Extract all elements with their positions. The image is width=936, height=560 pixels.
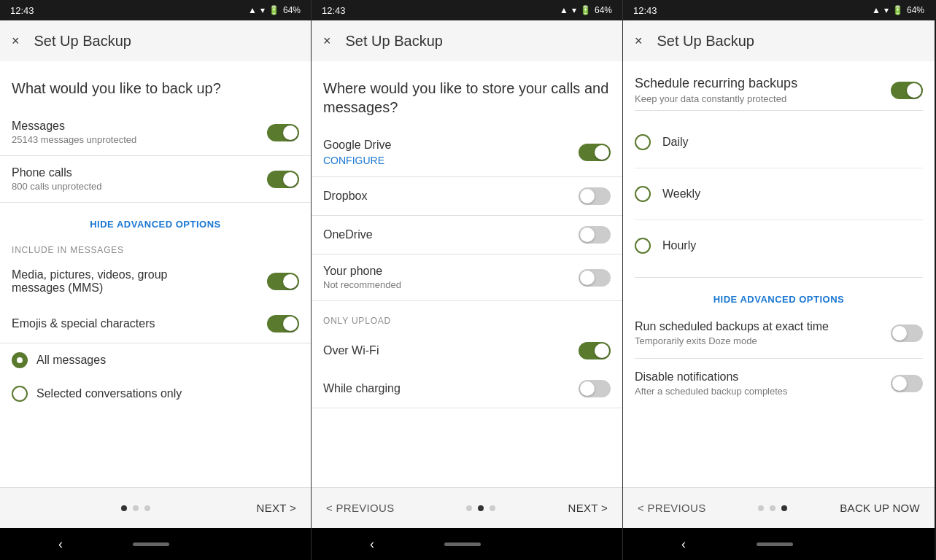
all-messages-label: All messages: [36, 354, 106, 367]
hourly-label: Hourly: [662, 239, 696, 252]
onedrive-toggle[interactable]: [579, 226, 611, 244]
home-pill-1[interactable]: [133, 542, 169, 546]
daily-radio[interactable]: [635, 134, 651, 150]
close-button-3[interactable]: ×: [635, 34, 643, 49]
status-icons-1: ▲ ▾ 🔋 64%: [248, 5, 301, 15]
calls-sub: 800 calls unprotected: [12, 181, 102, 192]
app-header-3: × Set Up Backup: [623, 20, 935, 61]
footer-nav-3: < PREVIOUS BACK UP NOW: [623, 487, 935, 528]
wifi-icon-2: ▾: [572, 5, 576, 15]
footer-nav-1: NEXT >: [0, 487, 311, 528]
close-button-2[interactable]: ×: [323, 34, 331, 49]
advanced-header-3: HIDE ADVANCED OPTIONS: [623, 278, 935, 311]
time-3: 12:43: [633, 5, 657, 16]
schedule-radio-section: Daily Weekly Hourly: [623, 111, 935, 277]
hide-advanced-link-3[interactable]: HIDE ADVANCED OPTIONS: [713, 294, 845, 305]
disable-notifs-toggle[interactable]: [891, 375, 923, 392]
include-messages-label: INCLUDE IN MESSAGES: [0, 236, 311, 258]
advanced-header-1: HIDE ADVANCED OPTIONS: [0, 203, 311, 236]
calls-toggle-row: Phone calls 800 calls unprotected: [0, 156, 311, 203]
status-bar-3: 12:43 ▲ ▾ 🔋 64%: [623, 0, 935, 20]
messages-toggle[interactable]: [267, 124, 299, 141]
dot-1-2: [133, 505, 139, 511]
status-icons-2: ▲ ▾ 🔋 64%: [560, 5, 612, 15]
divider-3: [635, 358, 923, 359]
previous-button-2[interactable]: < PREVIOUS: [326, 502, 394, 514]
dot-3-3: [781, 505, 787, 511]
charging-toggle[interactable]: [579, 380, 611, 397]
gdrive-toggle-row: Google Drive CONFIGURE: [312, 128, 622, 177]
battery-pct-2: 64%: [595, 5, 612, 15]
status-bar-2: 12:43 ▲ ▾ 🔋 64%: [312, 0, 622, 20]
daily-radio-item: Daily: [635, 117, 923, 168]
messages-toggle-row: Messages 25143 messages unprotected: [0, 109, 311, 156]
dropbox-toggle[interactable]: [579, 187, 611, 205]
battery-pct-1: 64%: [283, 5, 301, 15]
app-header-1: × Set Up Backup: [0, 20, 311, 61]
yourphone-label: Your phone: [323, 265, 401, 278]
dots-2: [466, 505, 495, 511]
messages-label: Messages: [12, 120, 136, 133]
configure-link[interactable]: CONFIGURE: [323, 152, 391, 166]
home-pill-2[interactable]: [444, 542, 481, 546]
dropbox-label: Dropbox: [323, 190, 367, 203]
dot-3-2: [770, 505, 776, 511]
battery-pct-3: 64%: [907, 5, 924, 15]
gdrive-toggle[interactable]: [579, 144, 611, 161]
home-pill-3[interactable]: [757, 542, 793, 546]
wifi-toggle[interactable]: [579, 342, 611, 359]
hide-advanced-link-1[interactable]: HIDE ADVANCED OPTIONS: [90, 219, 221, 230]
dot-1-3: [144, 505, 150, 511]
dot-2-2: [478, 505, 484, 511]
dot-3-1: [758, 505, 764, 511]
selected-conversations-radio[interactable]: [12, 386, 28, 402]
question-2: Where would you like to store your calls…: [312, 61, 622, 128]
calls-toggle[interactable]: [267, 171, 299, 188]
next-button-2[interactable]: NEXT >: [568, 502, 608, 514]
upload-section-label: ONLY UPLOAD: [312, 301, 622, 329]
dots-3: [758, 505, 787, 511]
signal-icon-3: ▲: [872, 5, 881, 15]
battery-icon-2: 🔋: [580, 5, 591, 15]
time-2: 12:43: [322, 5, 346, 16]
time-1: 12:43: [10, 5, 34, 16]
mms-toggle[interactable]: [267, 273, 299, 290]
phone-panel-3: 12:43 ▲ ▾ 🔋 64% × Set Up Backup Schedule…: [623, 0, 935, 560]
exact-time-toggle[interactable]: [891, 324, 923, 342]
all-messages-radio[interactable]: [12, 352, 28, 368]
close-button-1[interactable]: ×: [12, 34, 20, 49]
header-title-3: Set Up Backup: [657, 33, 754, 50]
home-bar-2: ‹: [312, 528, 622, 560]
emoji-toggle[interactable]: [267, 315, 299, 332]
back-btn-3[interactable]: ‹: [681, 537, 686, 552]
emoji-label: Emojis & special characters: [12, 317, 155, 330]
selected-conversations-label: Selected conversations only: [36, 387, 182, 400]
yourphone-sub: Not recommended: [323, 279, 401, 290]
signal-icon-2: ▲: [560, 5, 568, 15]
back-btn-2[interactable]: ‹: [370, 537, 374, 552]
all-messages-radio-row: All messages: [0, 343, 311, 377]
weekly-radio-item: Weekly: [635, 168, 923, 220]
charging-toggle-row: While charging: [312, 370, 622, 408]
scroll-content-1: What would you like to back up? Messages…: [0, 61, 311, 487]
hourly-radio[interactable]: [635, 238, 651, 254]
onedrive-toggle-row: OneDrive: [312, 216, 622, 254]
header-title-1: Set Up Backup: [34, 33, 131, 50]
back-btn-1[interactable]: ‹: [58, 537, 63, 552]
weekly-radio[interactable]: [635, 186, 651, 202]
yourphone-toggle[interactable]: [579, 269, 611, 287]
daily-label: Daily: [662, 136, 689, 149]
schedule-toggle[interactable]: [891, 82, 923, 99]
dot-1-1: [121, 505, 127, 511]
wifi-icon-3: ▾: [884, 5, 889, 15]
yourphone-toggle-row: Your phone Not recommended: [312, 254, 622, 301]
schedule-title: Schedule recurring backups: [635, 76, 797, 91]
backup-now-button[interactable]: BACK UP NOW: [840, 502, 920, 514]
wifi-icon: ▾: [260, 5, 265, 15]
next-button-1[interactable]: NEXT >: [257, 502, 296, 514]
phone-panel-1: 12:43 ▲ ▾ 🔋 64% × Set Up Backup What wou…: [0, 0, 312, 560]
previous-button-3[interactable]: < PREVIOUS: [638, 502, 705, 514]
mms-toggle-row: Media, pictures, videos, group messages …: [0, 258, 311, 305]
battery-icon: 🔋: [268, 5, 279, 15]
phone-panel-2: 12:43 ▲ ▾ 🔋 64% × Set Up Backup Where wo…: [312, 0, 623, 560]
